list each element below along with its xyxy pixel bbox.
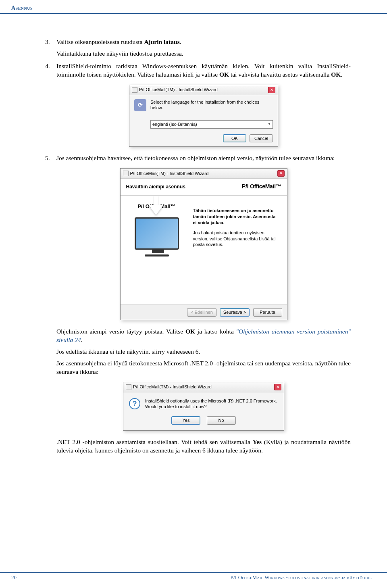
monitor-graphic [135,217,179,256]
download-arrow-icon [149,205,163,215]
dialog-title: P/I OfficeMail(TM) - InstallShield Wizar… [133,384,212,390]
close-icon[interactable]: ✕ [274,384,281,390]
dotnet-prompt-dialog: P/I OfficeMail(TM) - InstallShield Wizar… [123,382,284,431]
close-icon[interactable]: ✕ [268,87,275,93]
chevron-down-icon: ▼ [268,122,271,127]
step-3-para2: Valintaikkuna tulee näkyviin tiedostoa p… [56,50,351,58]
dialog-titlebar: P/I OfficeMail(TM) - InstallShield Wizar… [129,85,278,95]
brand-label: P/I OfficeMail™ [242,183,281,190]
step-number: 5. [45,154,50,163]
step-text: InstallShield-toiminto tarkistaa Windows… [56,62,351,79]
step-5-after3: Jos asennusohjelma ei löydä tietokoneest… [56,359,351,376]
previous-install-dialog: P/I OfficeMail(TM) - InstallShield Wizar… [120,168,287,320]
question-icon: ? [129,398,140,409]
step-number: 3. [45,38,50,46]
section-label: Asennus [11,5,33,11]
step-5-after4: .NET 2.0 -ohjelmiston asentamista suosit… [56,438,351,455]
dropdown-value: englanti (Iso-Britannia) [152,121,197,127]
close-icon[interactable]: ✕ [277,170,285,177]
yes-button[interactable]: Yes [171,416,200,425]
dialog-title: P/I OfficeMail(TM) - InstallShield Wizar… [139,87,218,93]
dialog-title: P/I OfficeMail(TM) - InstallShield Wizar… [130,171,209,177]
dialog-message: InstallShield optionally uses the Micros… [145,398,277,410]
page-header: Asennus [0,0,387,14]
step-number: 4. [45,62,50,71]
step-text: Jos asennusohjelma havaitsee, että tieto… [56,154,351,163]
main-content: 3. Valitse oikeanpuoleisesta ruudusta Aj… [0,14,387,455]
page-number: 20 [11,574,17,581]
app-icon [126,384,131,390]
step-text: Valitse oikeanpuoleisesta ruudusta Ajuri… [56,38,351,46]
page-footer: 20 P/I OfficeMail Windows -tulostinajuri… [0,572,387,581]
app-icon [123,171,129,176]
app-icon [132,87,137,93]
document-title: P/I OfficeMail Windows -tulostinajurin a… [230,574,372,581]
dialog-message: Select the language for the installation… [150,99,273,111]
dialog-message-2: Jos haluat poistaa tuotteen nykyisen ver… [193,230,281,248]
step-5-after1: Ohjelmiston aiempi versio täytyy poistaa… [56,327,351,344]
language-dropdown[interactable]: englanti (Iso-Britannia) ▼ [150,120,273,129]
cancel-button[interactable]: Cancel [250,134,273,143]
step-5: 5. Jos asennusohjelma havaitsee, että ti… [56,154,351,163]
dialog-message-1: Tähän tietokoneeseen on jo asennettu täm… [193,208,281,226]
cancel-button[interactable]: Peruuta [253,308,282,317]
step-3: 3. Valitse oikeanpuoleisesta ruudusta Aj… [56,38,351,58]
dialog-heading: Havaittiin aiempi asennus [126,183,185,190]
no-button[interactable]: No [207,416,236,425]
step-5-after2: Jos edellistä ikkunaa ei tule näkyviin, … [56,348,351,356]
language-dialog: P/I OfficeMail(TM) - InstallShield Wizar… [129,85,278,147]
ok-button[interactable]: OK [223,134,246,143]
next-button[interactable]: Seuraava > [220,308,250,317]
back-button[interactable]: < Edellinen [187,308,216,317]
dialog-titlebar: P/I OfficeMail(TM) - InstallShield Wizar… [123,382,284,392]
dialog-titlebar: P/I OfficeMail(TM) - InstallShield Wizar… [121,169,287,179]
globe-icon: ⟳ [134,99,146,111]
step-4: 4. InstallShield-toiminto tarkistaa Wind… [56,62,351,79]
